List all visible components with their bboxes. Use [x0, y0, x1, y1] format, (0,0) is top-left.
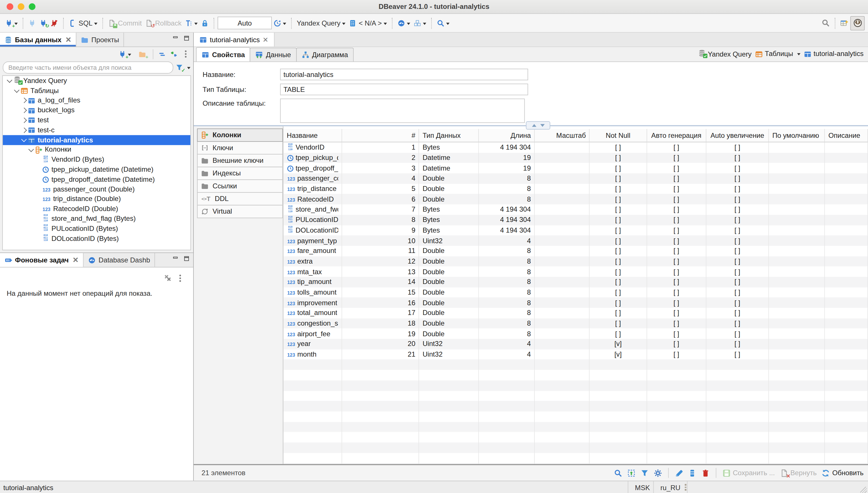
- section--[interactable]: Индексы: [197, 167, 283, 180]
- connect-button[interactable]: [27, 16, 38, 30]
- new-connection-button[interactable]: +: [3, 16, 20, 30]
- view-menu-icon[interactable]: [179, 277, 181, 279]
- active-schema-combo[interactable]: < N/A >: [347, 16, 388, 30]
- tree-item-test[interactable]: test: [3, 115, 191, 125]
- autocommit-combo[interactable]: Auto: [218, 17, 272, 29]
- clear-terminated-icon[interactable]: [164, 274, 172, 282]
- reconnect-button[interactable]: ↻: [38, 16, 49, 30]
- subtab-свойства[interactable]: Свойства: [196, 47, 250, 61]
- column-header--[interactable]: Масштаб: [535, 129, 590, 142]
- table-row-DOLocationID[interactable]: 010011110DOLocationID9Bytes4 194 304[ ][…: [283, 225, 868, 235]
- refresh-config-icon[interactable]: [627, 469, 636, 477]
- rollback-button[interactable]: ↺ Rollback: [143, 16, 183, 30]
- table-row-RatecodeID[interactable]: 123RatecodeID6Double8[ ][ ][ ]: [283, 194, 868, 205]
- view-menu-icon[interactable]: [185, 53, 186, 55]
- minimize-panel-icon[interactable]: [172, 255, 179, 262]
- save-button[interactable]: Сохранить ...: [722, 469, 775, 477]
- quick-search-button[interactable]: [820, 16, 831, 30]
- active-connection-combo[interactable]: Yandex Query: [295, 16, 347, 30]
- open-perspective-button[interactable]: [839, 16, 850, 30]
- close-icon[interactable]: ✕: [263, 35, 268, 44]
- column-header--[interactable]: Длина: [478, 129, 534, 142]
- lock-button[interactable]: [199, 16, 210, 30]
- compare-button[interactable]: [411, 16, 428, 30]
- collapse-down-icon[interactable]: [540, 124, 544, 129]
- collapse-up-icon[interactable]: [532, 122, 536, 127]
- section--[interactable]: Ссылки: [197, 179, 283, 193]
- table-row-trip_distance[interactable]: 123trip_distance5Double8[ ][ ][ ]: [283, 184, 868, 194]
- tree-item-dolocationid-bytes-[interactable]: 010011110DOLocationID (Bytes): [3, 233, 191, 243]
- tree-item-yandex-query[interactable]: Yandex Query: [3, 76, 191, 86]
- search-icon[interactable]: [614, 469, 622, 477]
- filter-icon[interactable]: [640, 469, 649, 477]
- section--[interactable]: Ключи: [197, 141, 283, 154]
- tab-databases[interactable]: Базы данных ✕: [0, 33, 76, 46]
- sql-editor-button[interactable]: SQL: [67, 16, 99, 30]
- section-virtual[interactable]: Virtual: [197, 205, 283, 218]
- object-search-input[interactable]: [3, 61, 173, 73]
- column-header--[interactable]: Описание: [825, 129, 868, 142]
- collapse-all-icon[interactable]: [158, 50, 166, 58]
- table-row-month[interactable]: 123month21Uint324[v][ ][ ]: [283, 349, 868, 360]
- table-row-passenger_count[interactable]: 123passenger_count4Double8[ ][ ][ ]: [283, 173, 868, 184]
- revert-button[interactable]: ✕ Вернуть: [780, 469, 817, 477]
- tree-item-store_and_fwd_flag-bytes-[interactable]: 010011110store_and_fwd_flag (Bytes): [3, 214, 191, 224]
- link-with-editor-icon[interactable]: [170, 50, 178, 58]
- filter-button[interactable]: ✓: [175, 64, 183, 71]
- tab-background-tasks[interactable]: Фоновые задач ✕: [0, 253, 84, 267]
- search-menu-button[interactable]: [435, 16, 451, 30]
- tree-item-tpep_pickup_datetime-datetime-[interactable]: tpep_pickup_datetime (Datetime): [3, 165, 191, 174]
- table-row-improvement[interactable]: 123improvement16Double8[ ][ ][ ]: [283, 298, 868, 308]
- table-type-input[interactable]: [280, 84, 528, 95]
- section--[interactable]: Колонки: [197, 128, 283, 142]
- locale-indicator[interactable]: ru_RU: [653, 481, 688, 493]
- table-row-tip_amount[interactable]: 123tip_amount14Double8[ ][ ][ ]: [283, 277, 868, 287]
- breadcrumb-yandex-query[interactable]: Yandex Query: [698, 49, 752, 59]
- breadcrumb-tutorial-analytics[interactable]: tutorial-analytics: [804, 50, 864, 58]
- table-row-airport_fee[interactable]: 123airport_fee19Double8[ ][ ][ ]: [283, 328, 868, 339]
- close-icon[interactable]: ✕: [65, 35, 71, 44]
- table-description-input[interactable]: [280, 99, 525, 123]
- tree-item-vendorid-bytes-[interactable]: 010011110VendorID (Bytes): [3, 155, 191, 165]
- table-row-congestion_s[interactable]: 123congestion_s18Double8[ ][ ][ ]: [283, 318, 868, 328]
- tree-item-passenger_count-double-[interactable]: 123passenger_count (Double): [3, 184, 191, 194]
- table-row-payment_typ[interactable]: 123payment_typ10Uint324[ ][ ][ ]: [283, 235, 868, 246]
- tree-item-bucket_logs[interactable]: bucket_logs: [3, 105, 191, 115]
- add-column-icon[interactable]: [688, 469, 696, 477]
- maximize-panel-icon[interactable]: [183, 35, 190, 41]
- column-header-not-null[interactable]: Not Null: [590, 129, 647, 142]
- table-row-year[interactable]: 123year20Uint324[v][ ][ ]: [283, 339, 868, 349]
- transaction-log-button[interactable]: [272, 16, 288, 30]
- table-row-tolls_amount[interactable]: 123tolls_amount15Double8[ ][ ][ ]: [283, 287, 868, 298]
- table-row-VendorID[interactable]: 010011110VendorID1Bytes4 194 304[ ][ ][ …: [283, 143, 868, 153]
- section-ddl[interactable]: <>TDDL: [197, 192, 283, 205]
- new-folder-button[interactable]: +: [137, 47, 148, 61]
- tab-projects[interactable]: Проекты: [76, 33, 124, 46]
- table-row-fare_amount[interactable]: 123fare_amount11Double8[ ][ ][ ]: [283, 246, 868, 256]
- delete-icon[interactable]: [701, 469, 710, 477]
- tree-item-pulocationid-bytes-[interactable]: 010011110PULocationID (Bytes): [3, 224, 191, 233]
- column-header--[interactable]: Тип Данных: [419, 129, 479, 142]
- minimize-panel-icon[interactable]: [172, 35, 179, 41]
- resize-grip[interactable]: [860, 487, 867, 493]
- transaction-mode-button[interactable]: [183, 16, 199, 30]
- splitter-control[interactable]: [526, 121, 550, 129]
- edit-pencil-icon[interactable]: [674, 469, 683, 477]
- column-header-num[interactable]: #: [342, 129, 419, 142]
- tab-database-dashboard[interactable]: Database Dashb: [84, 253, 155, 267]
- dbeaver-perspective-button[interactable]: [850, 16, 865, 30]
- maximize-panel-icon[interactable]: [183, 255, 190, 262]
- table-name-input[interactable]: [280, 69, 528, 80]
- tree-item-trip_distance-double-[interactable]: 123trip_distance (Double): [3, 194, 191, 204]
- tree-item--[interactable]: Таблицы: [3, 86, 191, 95]
- tree-item-test-c[interactable]: test-c: [3, 125, 191, 135]
- timezone-indicator[interactable]: MSK: [628, 481, 656, 493]
- column-header--[interactable]: Авто генерация: [647, 129, 706, 142]
- disconnect-button[interactable]: [49, 16, 60, 30]
- column-header--[interactable]: Название: [283, 129, 342, 142]
- close-icon[interactable]: ✕: [73, 256, 79, 264]
- editor-tab-tutorial-analytics[interactable]: tutorial-analytics ✕: [194, 33, 274, 46]
- table-row-mta_tax[interactable]: 123mta_tax13Double8[ ][ ][ ]: [283, 266, 868, 277]
- tree-item-a_log_of_files[interactable]: a_log_of_files: [3, 95, 191, 105]
- table-row-store_and_fwd_flag[interactable]: 010011110store_and_fwd_flag7Bytes4 194 3…: [283, 205, 868, 215]
